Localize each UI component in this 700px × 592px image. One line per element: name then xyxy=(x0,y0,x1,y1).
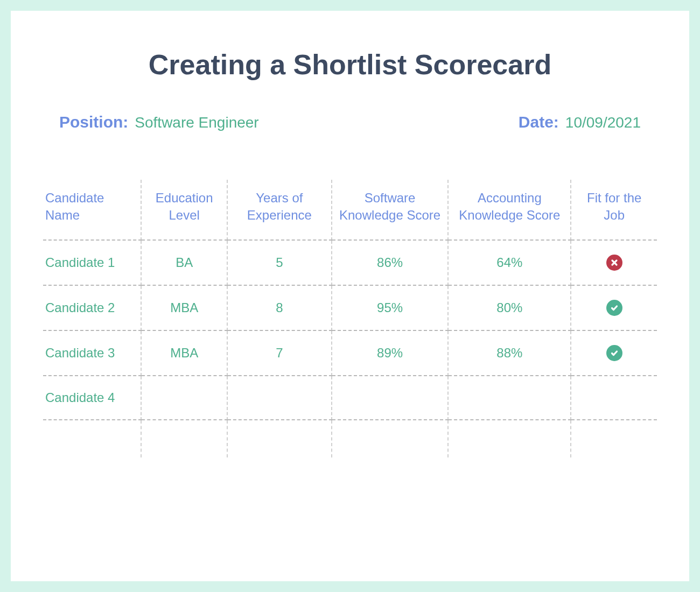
cell-software xyxy=(332,376,449,420)
page-title: Creating a Shortlist Scorecard xyxy=(43,48,657,81)
scorecard-card: Creating a Shortlist Scorecard Position:… xyxy=(11,11,689,581)
position-value: Software Engineer xyxy=(135,114,258,131)
cell-accounting: 80% xyxy=(448,285,571,330)
cell-software: 86% xyxy=(332,240,449,285)
empty-cell xyxy=(141,420,227,457)
cell-name: Candidate 2 xyxy=(43,285,141,330)
empty-cell xyxy=(43,420,141,457)
cell-accounting: 64% xyxy=(448,240,571,285)
header-name: Candidate Name xyxy=(43,180,141,240)
table-row: Candidate 4 xyxy=(43,376,657,420)
date-label: Date: xyxy=(519,113,559,131)
date-value: 10/09/2021 xyxy=(565,114,641,131)
cell-fit xyxy=(571,285,657,330)
date-group: Date: 10/09/2021 xyxy=(519,113,641,131)
header-software: Software Knowledge Score xyxy=(332,180,449,240)
table-row: Candidate 1 BA 5 86% 64% xyxy=(43,240,657,285)
cell-experience: 5 xyxy=(227,240,332,285)
header-experience: Years of Experience xyxy=(227,180,332,240)
header-education: Education Level xyxy=(141,180,227,240)
cross-icon xyxy=(606,255,622,271)
cell-accounting xyxy=(448,376,571,420)
cell-fit xyxy=(571,240,657,285)
cell-experience xyxy=(227,376,332,420)
cell-experience: 8 xyxy=(227,285,332,330)
cell-education xyxy=(141,376,227,420)
empty-cell xyxy=(332,420,449,457)
cell-fit xyxy=(571,376,657,420)
table-row: Candidate 3 MBA 7 89% 88% xyxy=(43,330,657,376)
cell-name: Candidate 1 xyxy=(43,240,141,285)
cell-education: MBA xyxy=(141,285,227,330)
position-group: Position: Software Engineer xyxy=(59,113,259,131)
cell-fit xyxy=(571,330,657,376)
table-footer-row xyxy=(43,420,657,457)
meta-row: Position: Software Engineer Date: 10/09/… xyxy=(43,113,657,131)
table-header-row: Candidate Name Education Level Years of … xyxy=(43,180,657,240)
empty-cell xyxy=(448,420,571,457)
scorecard-table: Candidate Name Education Level Years of … xyxy=(43,180,657,457)
empty-cell xyxy=(227,420,332,457)
header-accounting: Accounting Knowledge Score xyxy=(448,180,571,240)
cell-experience: 7 xyxy=(227,330,332,376)
cell-name: Candidate 4 xyxy=(43,376,141,420)
cell-software: 89% xyxy=(332,330,449,376)
cell-accounting: 88% xyxy=(448,330,571,376)
position-label: Position: xyxy=(59,113,128,131)
cell-software: 95% xyxy=(332,285,449,330)
check-icon xyxy=(606,345,622,361)
table-row: Candidate 2 MBA 8 95% 80% xyxy=(43,285,657,330)
check-icon xyxy=(606,300,622,316)
cell-name: Candidate 3 xyxy=(43,330,141,376)
header-fit: Fit for the Job xyxy=(571,180,657,240)
cell-education: MBA xyxy=(141,330,227,376)
empty-cell xyxy=(571,420,657,457)
cell-education: BA xyxy=(141,240,227,285)
